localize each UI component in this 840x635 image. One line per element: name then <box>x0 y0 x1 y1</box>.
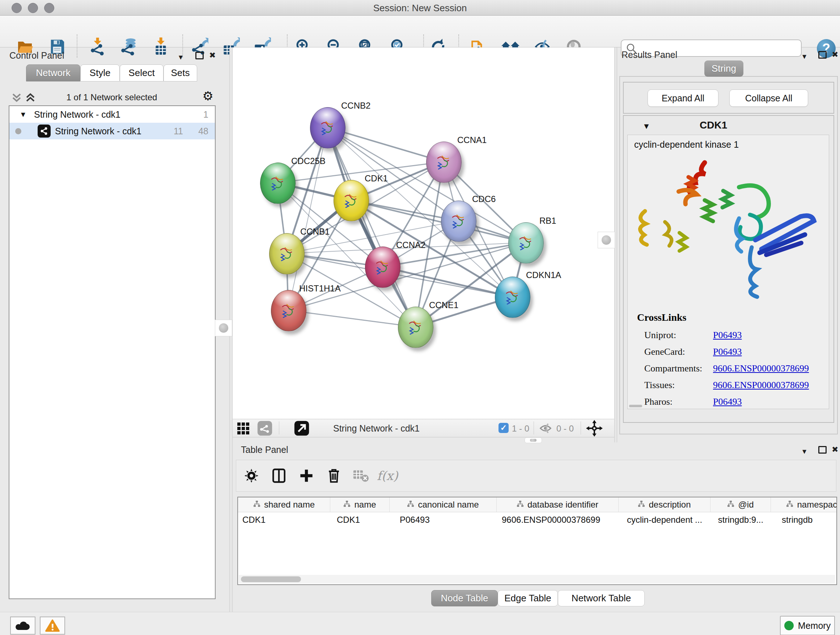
network-node-cdc25b[interactable] <box>260 163 295 204</box>
crosslink-value[interactable]: P06493 <box>713 396 742 407</box>
column-type-icon <box>343 500 351 510</box>
node-label-ccnb2: CCNB2 <box>341 101 370 111</box>
crosslink-row: Uniprot:P06493 <box>644 327 825 344</box>
table-cell[interactable]: P06493 <box>390 515 497 525</box>
delete-column-icon[interactable] <box>325 466 343 485</box>
network-node-rb1[interactable] <box>508 222 544 264</box>
show-columns-icon[interactable] <box>270 466 288 485</box>
column-header-description[interactable]: description <box>619 497 711 512</box>
string-results-box: Expand All Collapse All ▼ CDK1 cyclin-de… <box>619 76 838 434</box>
network-node-ccnb1[interactable] <box>269 233 305 274</box>
tab-edge-table[interactable]: Edge Table <box>498 590 558 606</box>
divider-handle[interactable] <box>598 232 615 249</box>
divider-handle[interactable] <box>215 320 232 336</box>
network-overview-icon[interactable] <box>256 420 273 437</box>
table-cell[interactable]: CDK1 <box>330 515 390 525</box>
function-builder-icon: f(x) <box>378 466 397 485</box>
network-node-cdkn1a[interactable] <box>495 277 531 318</box>
cdk1-section: ▼ CDK1 cyclin-dependent kinase 1 <box>623 115 834 423</box>
horizontal-scrollbar[interactable] <box>239 575 835 584</box>
table-cell[interactable]: stringdb:9... <box>711 515 771 525</box>
column-label: canonical name <box>418 500 478 510</box>
window-title: Session: New Session <box>0 3 840 14</box>
network-row-selected[interactable]: String Network - cdk1 11 48 <box>9 123 215 139</box>
column-header-namespace[interactable]: namespace <box>771 497 837 512</box>
node-label-hist1h1a: HIST1H1A <box>299 283 341 294</box>
grid-view-icon[interactable] <box>235 420 251 437</box>
cdk1-details: cyclin-dependent kinase 1 <box>627 135 829 409</box>
network-label: String Network - cdk1 <box>55 126 141 136</box>
tab-string[interactable]: String <box>704 60 744 77</box>
panel-menu-icon[interactable]: ▾ <box>802 52 806 60</box>
column-label: namespace <box>797 500 837 510</box>
network-tree: ▼ String Network - cdk1 1 String Network… <box>9 105 216 599</box>
crosslink-value[interactable]: 9606.ENSP00000378699 <box>713 363 809 374</box>
tab-select[interactable]: Select <box>120 65 164 81</box>
column-label: @id <box>738 500 753 510</box>
selected-checkbox-icon[interactable]: ✓ <box>499 423 508 433</box>
crosslink-row: Compartments:9606.ENSP00000378699 <box>644 360 825 377</box>
table-header-row: shared namenamecanonical namedatabase id… <box>238 497 836 512</box>
table-cell[interactable]: CDK1 <box>238 515 330 525</box>
network-node-hist1h1a[interactable] <box>271 290 306 331</box>
column-header-name[interactable]: name <box>330 497 390 512</box>
network-canvas[interactable]: CCNB2CCNA1CDC25BCDK1CDC6RB1CCNB1CCNA2CDK… <box>233 48 614 419</box>
panel-float-icon[interactable] <box>195 52 204 59</box>
fit-selected-icon[interactable] <box>586 420 603 437</box>
column-header-canonical-name[interactable]: canonical name <box>390 497 497 512</box>
panel-menu-icon[interactable]: ▾ <box>179 53 183 61</box>
expand-all-button[interactable]: Expand All <box>647 89 718 107</box>
tab-network-table[interactable]: Network Table <box>558 590 645 606</box>
tab-node-table[interactable]: Node Table <box>431 590 498 606</box>
memory-button[interactable]: Memory <box>780 616 835 635</box>
collapse-all-button[interactable]: Collapse All <box>729 89 808 107</box>
warning-icon <box>45 619 60 632</box>
mini-scrollbar[interactable] <box>629 405 642 407</box>
table-cell[interactable]: 9606.ENSP00000378699 <box>497 515 619 525</box>
table-tabs: Node Table Edge Table Network Table <box>0 590 840 607</box>
crosslink-value[interactable]: P06493 <box>713 347 742 357</box>
network-node-cdk1[interactable] <box>333 180 369 221</box>
panel-menu-icon[interactable]: ▾ <box>802 448 806 455</box>
chevron-down-icon[interactable]: ▼ <box>643 122 651 131</box>
network-collection-row[interactable]: ▼ String Network - cdk1 1 <box>9 106 215 123</box>
column-header-shared-name[interactable]: shared name <box>238 497 330 512</box>
cloud-button[interactable] <box>10 616 35 635</box>
network-node-ccnb2[interactable] <box>310 107 346 149</box>
table-row[interactable]: CDK1CDK1P064939606.ENSP00000378699cyclin… <box>238 512 836 527</box>
table-settings-icon[interactable] <box>242 466 261 485</box>
crosslink-value[interactable]: 9606.ENSP00000378699 <box>713 380 809 391</box>
warning-button[interactable] <box>40 616 65 635</box>
panel-close-icon[interactable]: ✖ <box>832 446 838 454</box>
tab-network[interactable]: Network <box>26 65 80 81</box>
title-bar[interactable]: Session: New Session <box>0 0 840 16</box>
column-type-icon <box>253 500 261 510</box>
panel-float-icon[interactable] <box>818 446 827 454</box>
tab-sets[interactable]: Sets <box>164 65 197 81</box>
table-cell[interactable]: stringdb <box>771 515 837 525</box>
panel-close-icon[interactable]: ✖ <box>832 51 838 59</box>
crosslink-value[interactable]: P06493 <box>713 330 742 340</box>
table-cell[interactable]: cyclin-dependent ... <box>619 515 711 525</box>
chevron-down-icon[interactable]: ▼ <box>19 111 27 119</box>
crosslink-row: Pharos:P06493 <box>644 394 825 409</box>
network-node-ccna2[interactable] <box>365 247 401 288</box>
network-node-ccna1[interactable] <box>426 141 462 183</box>
node-layer: CCNB2CCNA1CDC25BCDK1CDC6RB1CCNB1CCNA2CDK… <box>233 48 614 419</box>
panel-float-icon[interactable] <box>818 51 827 59</box>
crosslinks-heading: CrossLinks <box>637 312 686 323</box>
network-node-ccne1[interactable] <box>398 307 433 348</box>
column-header-database-identifier[interactable]: database identifier <box>497 497 619 512</box>
column-header--id[interactable]: @id <box>711 497 771 512</box>
add-column-icon[interactable] <box>297 466 316 485</box>
scrollbar-thumb[interactable] <box>241 576 301 582</box>
tab-style[interactable]: Style <box>80 65 120 81</box>
network-node-cdc6[interactable] <box>441 201 477 242</box>
collection-count: 1 <box>203 109 208 120</box>
column-type-icon <box>727 500 734 510</box>
panel-close-icon[interactable]: ✖ <box>209 51 216 59</box>
gear-icon[interactable]: ⚙ <box>202 89 213 103</box>
toolbar-separator <box>534 421 534 434</box>
detach-view-icon[interactable] <box>294 420 310 437</box>
toolbar-separator <box>279 421 279 434</box>
